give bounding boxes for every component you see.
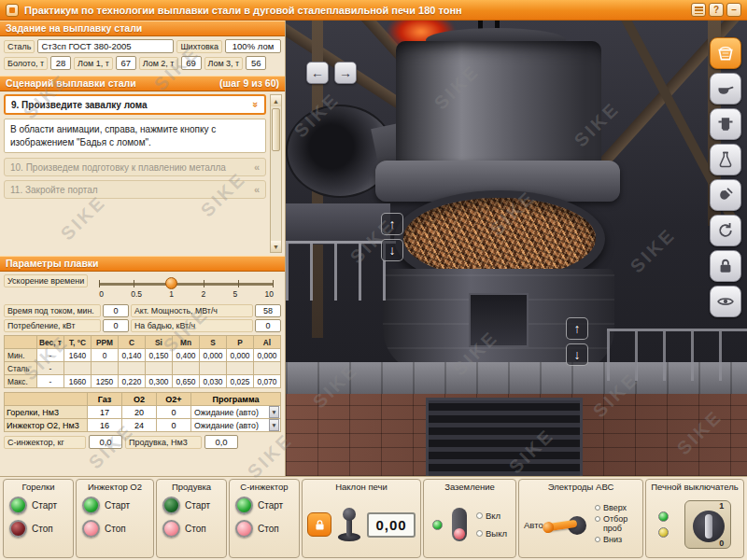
start-led-icon bbox=[82, 497, 100, 514]
start-led-icon bbox=[235, 497, 253, 514]
ladle-button[interactable] bbox=[710, 73, 741, 105]
active-power-value: 58 bbox=[255, 304, 281, 317]
portal-up-button[interactable]: ↑ bbox=[381, 213, 403, 235]
grounding-on-label: Вкл bbox=[486, 511, 500, 521]
burners-program-select[interactable]: Ожидание (авто) ▼ bbox=[191, 406, 280, 418]
current-time-value: 0 bbox=[103, 304, 129, 317]
grounding-switch[interactable] bbox=[452, 508, 467, 541]
switch-off-led-icon bbox=[658, 527, 669, 538]
shovel-button[interactable] bbox=[710, 179, 741, 211]
o2-injector-stop-button[interactable]: Стоп bbox=[78, 517, 151, 540]
on-indicator-icon bbox=[476, 512, 483, 519]
electrodes-down-label: Вниз bbox=[603, 536, 622, 545]
electrodes-title: Электроды АВС bbox=[521, 482, 641, 492]
step-item-active[interactable]: 9. Произведите завалку лома » bbox=[4, 94, 266, 115]
dropdown-arrow-icon[interactable]: ▼ bbox=[269, 406, 279, 418]
tilt-joystick[interactable] bbox=[336, 508, 362, 541]
active-power-label: Акт. Мощность, МВт/ч bbox=[131, 304, 253, 317]
eye-icon bbox=[716, 292, 735, 311]
c-injector-value: 0,0 bbox=[89, 435, 122, 449]
injector-o2-input[interactable]: 24 bbox=[122, 419, 156, 431]
burners-o2-input[interactable]: 20 bbox=[122, 406, 156, 418]
burners-start-button[interactable]: Старт bbox=[6, 494, 71, 517]
journal-icon bbox=[695, 7, 703, 14]
scrap3-value: 56 bbox=[246, 56, 266, 70]
lock-button[interactable] bbox=[710, 250, 741, 282]
swamp-value: 28 bbox=[50, 56, 71, 70]
flask-button[interactable] bbox=[710, 144, 741, 175]
composition-table: Вес, т T, °C PPM C Si Mn S P Al Мин. - 1… bbox=[4, 335, 281, 388]
time-accel-label: Ускорение времени bbox=[4, 274, 88, 287]
parameters-header-label: Параметры плавки bbox=[6, 257, 99, 271]
purge-stop-button[interactable]: Стоп bbox=[159, 517, 224, 540]
electrodes-lever[interactable] bbox=[547, 506, 590, 543]
slider-knob[interactable] bbox=[165, 277, 177, 289]
burners-gas-input[interactable]: 17 bbox=[88, 406, 121, 418]
time-accel-slider[interactable]: 00.512510 bbox=[92, 274, 281, 302]
chevron-expand-icon: » bbox=[250, 102, 261, 107]
start-led-icon bbox=[9, 497, 27, 514]
furnace-switch-group: Печной выключатель 1 0 bbox=[645, 479, 744, 558]
tilt-lock-button[interactable] bbox=[307, 512, 331, 537]
purge-label: Продувка, Нм3 bbox=[125, 436, 202, 449]
switch-off-label: 0 bbox=[719, 539, 724, 548]
rotate-left-button[interactable]: ← bbox=[306, 62, 329, 84]
scroll-down-icon[interactable]: ▼ bbox=[271, 241, 281, 252]
rotate-right-button[interactable]: → bbox=[334, 62, 357, 84]
rotate-view-button[interactable] bbox=[710, 215, 741, 246]
scenario-body: 9. Произведите завалку лома » В области … bbox=[0, 91, 285, 256]
scrollbar-thumb[interactable] bbox=[272, 108, 280, 151]
dropdown-arrow-icon[interactable]: ▼ bbox=[269, 419, 279, 431]
view-button[interactable] bbox=[710, 286, 741, 317]
journal-button[interactable] bbox=[691, 3, 706, 17]
step-title: 11. Закройте портал bbox=[10, 185, 98, 195]
purge-start-button[interactable]: Старт bbox=[159, 494, 224, 517]
charging-bucket-button[interactable] bbox=[710, 108, 741, 140]
injector-gas-input[interactable]: 16 bbox=[88, 419, 121, 431]
furnace-switch-knob[interactable]: 1 0 bbox=[684, 500, 731, 549]
window-title: Практикум по технологии выплавки стали в… bbox=[24, 5, 685, 16]
help-button[interactable]: ? bbox=[709, 3, 724, 17]
electrodes-group: Электроды АВС Авто Вверх Отбор проб Вниз bbox=[518, 479, 643, 558]
padlock-icon bbox=[313, 518, 327, 532]
charge-label: Шихтовка bbox=[176, 40, 222, 53]
step-item[interactable]: 10. Произведем подготовку к плавлению ме… bbox=[4, 158, 266, 176]
burners-group: Горелки Старт Стоп bbox=[3, 479, 74, 558]
arrow-up-icon: ↑ bbox=[389, 217, 396, 231]
scenario-scrollbar[interactable]: ▲ ▼ bbox=[270, 94, 282, 253]
floor-pit bbox=[426, 398, 583, 476]
step-title: 10. Произведем подготовку к плавлению ме… bbox=[10, 162, 226, 173]
injector-o2plus-input[interactable]: 0 bbox=[157, 419, 190, 431]
c-injector-label: С-инжектор, кг bbox=[4, 436, 86, 449]
chevron-collapsed-icon: « bbox=[254, 161, 260, 173]
c-injector-start-button[interactable]: Старт bbox=[232, 494, 297, 517]
burners-stop-button[interactable]: Стоп bbox=[6, 517, 71, 540]
rotate-icon bbox=[716, 221, 735, 240]
per-bucket-label: На бадью, кВт/ч bbox=[131, 319, 253, 332]
parameters-section-header: Параметры плавки bbox=[0, 256, 285, 272]
step-title: 9. Произведите завалку лома bbox=[11, 100, 148, 110]
minimize-button[interactable]: – bbox=[726, 3, 741, 17]
consumption-value: 0 bbox=[103, 319, 129, 332]
electrode-down-button[interactable]: ↓ bbox=[566, 343, 588, 366]
o2-injector-start-button[interactable]: Старт bbox=[78, 494, 151, 517]
step-item[interactable]: 11. Закройте портал « bbox=[4, 180, 266, 199]
scroll-up-icon[interactable]: ▲ bbox=[271, 95, 281, 106]
electrode-up-button[interactable]: ↑ bbox=[566, 317, 588, 340]
electrodes-up-label: Вверх bbox=[603, 504, 627, 513]
scrap1-value: 67 bbox=[116, 56, 136, 70]
injector-program-select[interactable]: Ожидание (авто) ▼ bbox=[191, 419, 280, 431]
task-body: Сталь Ст3сп ГОСТ 380-2005 Шихтовка 100% … bbox=[0, 36, 285, 76]
railing-right bbox=[607, 329, 747, 381]
per-bucket-value: 0 bbox=[255, 319, 281, 332]
arrow-down-icon: ↓ bbox=[574, 347, 581, 362]
switch-on-label: 1 bbox=[719, 501, 724, 511]
portal-down-button[interactable]: ↓ bbox=[381, 239, 403, 261]
c-injector-stop-button[interactable]: Стоп bbox=[232, 517, 297, 540]
scrap-bucket-button[interactable] bbox=[710, 37, 741, 69]
burners-o2plus-input[interactable]: 0 bbox=[157, 406, 190, 418]
gas-table: Газ О2 О2+ Программа Горелки, Нм3 17 20 … bbox=[4, 392, 281, 432]
scrap2-label: Лом 2, т bbox=[139, 57, 178, 70]
purge-value: 0,0 bbox=[204, 435, 238, 449]
injector-row-label: Инжектор О2, Нм3 bbox=[5, 419, 87, 431]
